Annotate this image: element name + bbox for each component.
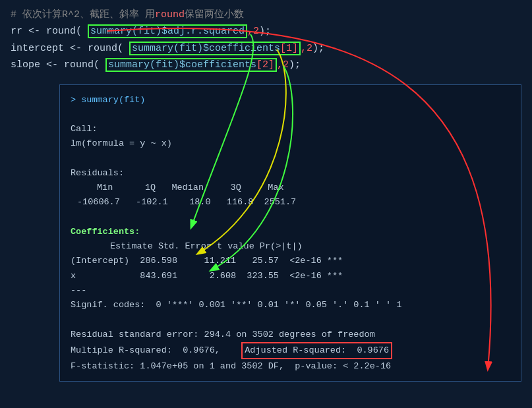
var-rr: rr <- round( xyxy=(11,26,88,37)
comment-chinese: 依次计算R^2、截距、斜率 用 xyxy=(22,9,155,20)
summary-highlight-slope: summary(fit)$coefficients[2] xyxy=(105,58,277,72)
output-coefficients-header: Coefficients: xyxy=(71,225,510,239)
output-intercept-row: (Intercept) 286.598 11.211 25.57 <2e-16 … xyxy=(71,254,510,268)
output-formula: lm(formula = y ~ x) xyxy=(71,136,510,151)
output-blank4 xyxy=(71,312,510,327)
output-fstatistic: F-statistic: 1.047e+05 on 1 and 3502 DF,… xyxy=(71,359,510,374)
output-panel: > summary(fit) Call: lm(formula = y ~ x)… xyxy=(59,84,521,382)
output-residuals-cols: Min 1Q Median 3Q Max xyxy=(71,181,510,195)
comment-line: # 依次计算R^2、截距、斜率 用round保留两位小数 xyxy=(11,8,521,20)
output-signif: Signif. codes: 0 '***' 0.001 '**' 0.01 '… xyxy=(71,298,510,312)
output-call: Call: xyxy=(71,122,510,136)
output-residuals-header: Residuals: xyxy=(71,166,510,181)
output-blank2 xyxy=(71,152,510,166)
comma-2-rr: ,2 xyxy=(247,26,259,37)
output-r-squared: Multiple R-squared: 0.9676, Adjusted R-s… xyxy=(71,342,510,359)
output-residuals-vals: -10606.7 -102.1 18.0 116.8 2551.7 xyxy=(71,195,510,210)
summary-highlight-intercept: summary(fit)$coefficients[1] xyxy=(129,42,301,55)
comment-keyword: round xyxy=(155,9,185,20)
output-coeff-cols: Estimate Std. Error t value Pr(>|t|) xyxy=(71,239,510,254)
comma-2-slope: ,2 xyxy=(277,59,289,71)
output-blank3 xyxy=(71,210,510,225)
code-line-rr: rr <- round( summary(fit)$adj.r.squared,… xyxy=(11,23,521,40)
code-line-slope: slope <- round( summary(fit)$coefficient… xyxy=(11,57,521,74)
code-area: # 依次计算R^2、截距、斜率 用round保留两位小数 rr <- round… xyxy=(0,0,532,79)
hash: # xyxy=(11,9,16,20)
adj-r-squared-highlight: Adjusted R-squared: 0.9676 xyxy=(241,342,392,359)
output-prompt: > summary(fit) xyxy=(71,93,510,107)
output-residual-error: Residual standard error: 294.4 on 3502 d… xyxy=(71,328,510,342)
output-x-row: x 843.691 2.608 323.55 <2e-16 *** xyxy=(71,269,510,283)
var-intercept: intercept <- round( xyxy=(11,43,129,54)
code-line-intercept: intercept <- round( summary(fit)$coeffic… xyxy=(11,40,521,57)
output-dashes: --- xyxy=(71,283,510,298)
comment-chinese2: 保留两位小数 xyxy=(185,9,244,20)
output-blank1 xyxy=(71,107,510,122)
comma-2-intercept: ,2 xyxy=(301,43,312,54)
summary-highlight-rr: summary(fit)$adj.r.squared xyxy=(88,24,247,38)
var-slope: slope <- round( xyxy=(11,59,105,71)
